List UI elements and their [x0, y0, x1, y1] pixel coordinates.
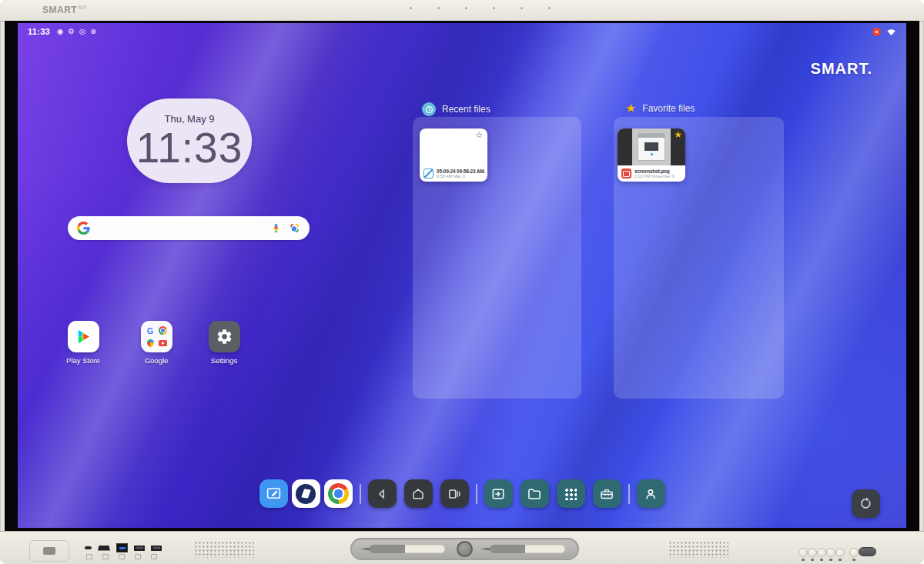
favorite-files-title: Favorite files — [642, 103, 695, 114]
nav-recents-button[interactable] — [440, 479, 469, 508]
app-settings[interactable]: Settings — [202, 321, 246, 365]
control-button[interactable] — [798, 548, 808, 557]
whiteboard-icon — [266, 486, 282, 502]
cast-icon: ⊗ — [90, 28, 96, 35]
google-lens-icon[interactable] — [289, 222, 300, 234]
home-icon — [410, 486, 426, 502]
image-file-icon — [621, 169, 631, 179]
toolbox-icon — [599, 486, 614, 502]
file-name: 05-09-24 09-58-23 AM... — [437, 169, 485, 174]
hdmi-port — [98, 546, 110, 551]
brand-logo: SMARTMX — [42, 5, 87, 15]
back-icon — [374, 486, 390, 502]
file-meta: 2:02 PM November 9 — [634, 174, 675, 179]
smart-board-device: SMARTMX 11:33 ◉ ⚙ ◎ ⊗ Thu, May 9 11:33 — [0, 0, 924, 564]
usb3-port — [116, 543, 128, 552]
account-icon — [643, 486, 658, 502]
dock-smart-apps-button[interactable] — [292, 479, 320, 508]
dock-whiteboard-button[interactable] — [259, 479, 288, 508]
stage: SMARTMX 11:33 ◉ ⚙ ◎ ⊗ Thu, May 9 11:33 — [0, 0, 924, 564]
app-google-folder[interactable]: G Google — [134, 321, 179, 365]
dock-divider — [476, 484, 477, 504]
folder-icon — [527, 486, 542, 502]
nav-home-button[interactable] — [404, 479, 433, 508]
control-button[interactable] — [849, 548, 859, 557]
dock — [18, 489, 906, 518]
chrome-icon — [328, 483, 349, 504]
smart-apps-icon — [296, 484, 316, 504]
app-label: Google — [134, 356, 179, 365]
usb-c-port — [85, 546, 92, 549]
power-button[interactable] — [859, 547, 876, 556]
control-glyph — [829, 559, 832, 561]
alert-status-icon — [872, 28, 881, 36]
brand-model: MX — [79, 5, 87, 10]
microphone-array — [410, 7, 551, 9]
recents-icon — [447, 486, 462, 502]
whiteboard-file-icon — [424, 169, 434, 179]
record-icon: ◎ — [79, 28, 85, 35]
notification-icon: ◉ — [57, 28, 63, 35]
favorite-file-card[interactable]: ★ screenshot.png 2:02 PM November 9 — [618, 128, 685, 182]
dock-divider — [360, 484, 361, 504]
google-search-bar[interactable] — [68, 216, 310, 240]
settings-gear-icon — [209, 321, 240, 352]
bottom-bezel — [0, 531, 924, 564]
app-play-store[interactable]: Play Store — [61, 321, 105, 365]
control-button[interactable] — [808, 548, 817, 557]
clock-widget[interactable]: Thu, May 9 11:33 — [127, 98, 252, 183]
control-glyph — [802, 559, 805, 561]
dock-files-button[interactable] — [521, 479, 549, 508]
pen-tray — [350, 538, 579, 560]
status-bar[interactable]: 11:33 ◉ ⚙ ◎ ⊗ — [18, 23, 906, 40]
wifi-icon — [886, 27, 896, 37]
speaker-grille-right — [668, 541, 728, 558]
maps-mini-icon — [146, 338, 156, 348]
app-label: Play Store — [61, 356, 105, 365]
dock-apps-button[interactable] — [557, 479, 585, 508]
dock-divider — [628, 484, 630, 504]
gear-icon: ⚙ — [68, 28, 75, 35]
search-input[interactable] — [96, 222, 257, 235]
star-icon: ★ — [625, 102, 636, 115]
recent-file-card[interactable]: ☆ 05-09-24 09-58-23 AM... 9:58 AM May 9 — [420, 128, 487, 182]
screen: 11:33 ◉ ⚙ ◎ ⊗ Thu, May 9 11:33 — [5, 21, 919, 531]
clock-date: Thu, May 9 — [164, 113, 214, 125]
control-button[interactable] — [826, 548, 835, 557]
google-folder-icon: G — [141, 321, 172, 352]
smart-logo: SMART. — [811, 60, 872, 78]
dock-chrome-button[interactable] — [324, 479, 353, 508]
control-glyph — [820, 559, 823, 561]
port-labels — [86, 554, 157, 559]
pen-tray-button[interactable] — [457, 541, 473, 557]
file-meta: 9:58 AM May 9 — [437, 174, 485, 179]
clock-time: 11:33 — [136, 127, 243, 169]
stylus-pen[interactable] — [360, 545, 445, 553]
favorite-files-header: ★ Favorite files — [625, 102, 695, 115]
star-filled-icon[interactable]: ★ — [674, 129, 682, 140]
port-row — [85, 543, 162, 552]
input-source-icon — [490, 486, 506, 502]
youtube-mini-icon — [159, 340, 167, 346]
play-store-icon — [68, 321, 99, 352]
star-outline-icon[interactable]: ☆ — [475, 130, 483, 140]
file-name: screenshot.png — [634, 169, 675, 174]
control-button[interactable] — [817, 548, 826, 557]
usb-a-port — [151, 546, 162, 551]
dock-toolbox-button[interactable] — [593, 479, 621, 508]
google-g-icon — [77, 222, 90, 235]
control-glyph — [852, 559, 855, 561]
apps-grid-icon — [564, 488, 577, 500]
nav-back-button[interactable] — [368, 479, 397, 508]
top-bezel: SMARTMX — [0, 0, 924, 22]
control-glyph — [839, 559, 842, 561]
mic-icon[interactable] — [270, 222, 282, 234]
google-g-mini-icon: G — [147, 326, 154, 335]
control-glyph — [811, 559, 814, 561]
chrome-mini-icon — [159, 326, 167, 335]
clock-history-icon — [422, 102, 436, 116]
dock-input-source-button[interactable] — [484, 479, 513, 508]
dock-account-button[interactable] — [637, 479, 665, 508]
stylus-pen[interactable] — [480, 545, 565, 553]
control-button[interactable] — [835, 548, 845, 557]
